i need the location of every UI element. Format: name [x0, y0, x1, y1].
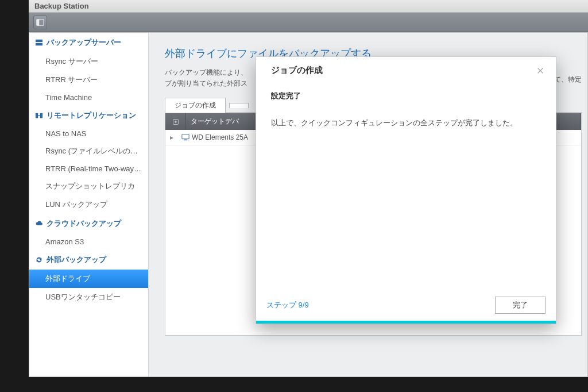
dialog-message: 以上で、クイックコンフィギュレーションの全ステップが完了しました。	[271, 117, 541, 129]
sync-icon	[35, 256, 43, 264]
svg-rect-8	[184, 140, 187, 141]
dialog-header: ジョブの作成	[256, 57, 556, 82]
sidebar-item-usb-one-touch[interactable]: USBワンタッチコピー	[29, 288, 148, 306]
create-job-button[interactable]: ジョブの作成	[165, 98, 226, 113]
device-name: WD Elements 25A	[192, 133, 248, 141]
dialog-footer: ステップ 9/9 完了	[256, 290, 556, 321]
dialog-step-indicator: ステップ 9/9	[266, 300, 309, 310]
sidebar-item-nas-to-nas[interactable]: NAS to NAS	[29, 125, 148, 142]
sidebar-group-remote-replication[interactable]: リモートレプリケーション	[29, 106, 148, 125]
dialog-close-button[interactable]	[535, 66, 546, 76]
dialog-finish-button[interactable]: 完了	[495, 297, 546, 314]
sidebar-item-external-drive[interactable]: 外部ドライブ	[29, 270, 148, 288]
sidebar-item-amazon-s3[interactable]: Amazon S3	[29, 233, 148, 250]
sidebar-item-lun-backup[interactable]: LUN バックアップ	[29, 195, 148, 214]
create-job-dialog: ジョブの作成 設定完了 以上で、クイックコンフィギュレーションの全ステップが完了…	[256, 56, 556, 324]
sidebar-group-backup-server[interactable]: バックアップサーバー	[29, 33, 148, 52]
sidebar-item-rtrr-server[interactable]: RTRR サーバー	[29, 71, 148, 89]
secondary-tab-button[interactable]	[229, 103, 249, 108]
sidebar-item-snapshot-replica[interactable]: スナップショットレプリカ	[29, 177, 148, 195]
dialog-heading: 設定完了	[271, 91, 541, 101]
dialog-title: ジョブの作成	[271, 65, 323, 76]
sidebar-item-time-machine[interactable]: Time Machine	[29, 89, 148, 106]
svg-rect-5	[40, 113, 42, 118]
sidebar-item-rtrr-realtime[interactable]: RTRR (Real-time Two-way Folde...	[29, 160, 148, 177]
cloud-icon	[35, 220, 43, 228]
sidebar-group-label: 外部バックアップ	[47, 255, 106, 265]
sidebar-group-label: バックアップサーバー	[47, 37, 121, 48]
svg-rect-1	[37, 19, 39, 25]
svg-rect-4	[36, 113, 38, 118]
sidebar-group-label: クラウドバックアップ	[47, 218, 121, 229]
replication-icon	[35, 112, 43, 120]
expand-caret-icon: ▸	[170, 133, 181, 141]
dialog-body: 設定完了 以上で、クイックコンフィギュレーションの全ステップが完了しました。	[256, 82, 556, 290]
grid-expand-all[interactable]	[165, 113, 186, 130]
sidebar-group-cloud-backup[interactable]: クラウドバックアップ	[29, 214, 148, 233]
monitor-icon	[181, 133, 192, 141]
dialog-accent-bar	[256, 321, 556, 324]
svg-rect-7	[182, 134, 189, 139]
sidebar-item-rsync-file[interactable]: Rsync (ファイルレベルのバック...	[29, 142, 148, 160]
svg-rect-3	[36, 43, 42, 45]
toolbar-panel-toggle[interactable]	[33, 16, 47, 29]
app-title: Backup Station	[34, 2, 89, 10]
window-toolbar	[29, 13, 588, 32]
sidebar: バックアップサーバー Rsync サーバー RTRR サーバー Time Mac…	[29, 33, 149, 376]
window-titlebar: Backup Station	[29, 0, 588, 13]
server-icon	[35, 39, 43, 47]
sidebar-item-rsync-server[interactable]: Rsync サーバー	[29, 52, 148, 71]
sidebar-group-label: リモートレプリケーション	[47, 110, 136, 121]
svg-rect-2	[36, 40, 42, 42]
sidebar-group-external-backup[interactable]: 外部バックアップ	[29, 250, 148, 270]
